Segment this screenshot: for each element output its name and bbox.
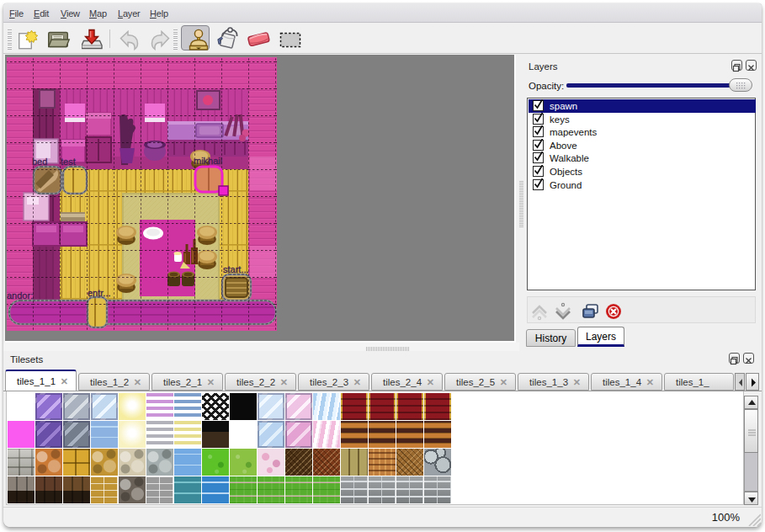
svg-text:start...: start... <box>223 264 249 274</box>
svg-text:test: test <box>61 157 76 167</box>
svg-text:bed: bed <box>32 157 47 167</box>
svg-text:entr...: entr... <box>88 288 111 298</box>
svg-text:mikhail: mikhail <box>194 156 222 166</box>
svg-text:andor:: andor: <box>7 290 33 301</box>
